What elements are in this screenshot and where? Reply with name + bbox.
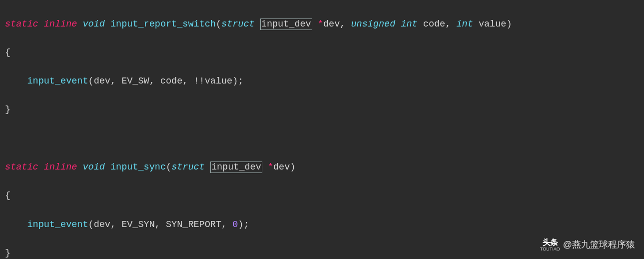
kw-static: static <box>5 19 38 30</box>
code-line: { <box>5 189 644 204</box>
code-line: static inline void input_report_switch(s… <box>5 18 644 32</box>
watermark-text: @燕九篮球程序猿 <box>563 238 635 252</box>
toutiao-logo-icon: 头条 TOUTIAO <box>540 238 560 252</box>
fn-name: input_sync <box>110 162 166 172</box>
code-line: input_event(dev, EV_SYN, SYN_REPORT, 0); <box>5 218 644 232</box>
type-input-dev: input_dev <box>260 18 312 30</box>
fn-name: input_report_switch <box>110 19 216 30</box>
code-line: input_event(dev, EV_SW, code, !!value); <box>5 74 644 89</box>
param: value <box>479 19 507 30</box>
code-line: { <box>5 46 644 60</box>
kw-unsigned: unsigned <box>351 19 395 30</box>
kw-int: int <box>456 19 473 30</box>
type-input-dev: input_dev <box>210 162 262 173</box>
param: code <box>423 19 445 30</box>
kw-int: int <box>401 19 417 30</box>
code-block: static inline void input_report_switch(s… <box>0 0 644 259</box>
kw-void: void <box>82 19 104 30</box>
blank-line <box>5 132 644 146</box>
kw-inline: inline <box>44 19 77 30</box>
kw-struct: struct <box>221 19 255 30</box>
fn-call: input_event <box>27 76 88 86</box>
watermark: 头条 TOUTIAO @燕九篮球程序猿 <box>540 238 635 252</box>
code-line: } <box>5 103 644 118</box>
param: dev <box>323 19 340 30</box>
code-line: static inline void input_sync(struct inp… <box>5 160 644 175</box>
